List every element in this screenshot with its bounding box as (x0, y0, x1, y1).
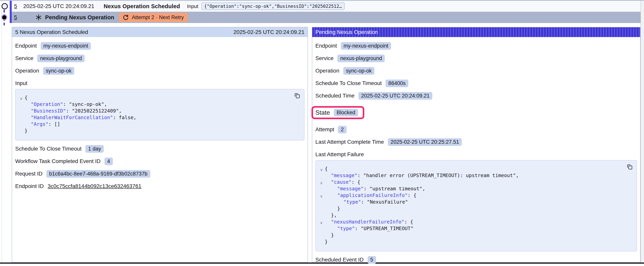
field-label: Last Attempt Failure (315, 151, 364, 158)
pending-operation-title: Pending Nexus Operation (45, 14, 114, 21)
retry-icon (123, 15, 129, 20)
retry-badge-label: Attempt 2 · Next Retry (132, 15, 184, 21)
field-label: Scheduled Time (315, 93, 354, 99)
asterisk-icon (36, 14, 42, 21)
code-gutter (18, 108, 24, 115)
code-gutter (18, 102, 24, 108)
code-gutter (318, 226, 325, 233)
field-row-workflow-task-completed-event-id: Workflow Task Completed Event ID 4 (15, 157, 304, 165)
field-label: Operation (15, 68, 39, 74)
field-value-chip: sync-op-ok (43, 67, 74, 75)
field-row-operation: Operation sync-op-ok (15, 67, 304, 75)
field-label: Service (315, 55, 334, 61)
pending-operation-row[interactable]: 5 Pending Nexus Operation Attempt 2 · Ne… (12, 12, 640, 23)
code-line: "type": "NexusFailure" (318, 199, 633, 205)
field-label: Schedule To Close Timeout (315, 80, 382, 86)
code-gutter (318, 239, 325, 246)
field-label: State (315, 109, 330, 116)
field-value-chip: 86400s (386, 80, 408, 87)
gutter-divider (2, 1, 2, 262)
field-label: Workflow Task Completed Event ID (15, 158, 100, 164)
vertical-scrollbar[interactable] (640, 1, 644, 262)
code-line: } (318, 238, 633, 245)
field-value-chip: 2 (338, 126, 346, 133)
code-line: ∨"nexusHandlerFailureInfo": { (318, 219, 633, 225)
content-column: 5 2025-02-25 UTC 20:24:09.21 Nexus Opera… (12, 1, 640, 262)
event-detail-panel: 5 Nexus Operation Scheduled 2025-02-25 U… (12, 27, 308, 262)
code-gutter (318, 173, 325, 180)
field-label: Endpoint ID (15, 183, 44, 189)
field-label: Attempt (315, 126, 334, 133)
field-label: Last Attempt Complete Time (315, 139, 384, 145)
code-gutter (18, 122, 24, 128)
pending-event-id-link[interactable]: 5 (14, 14, 17, 21)
code-line: } (318, 232, 633, 238)
code-line: "message": "upstream timeout", (318, 185, 633, 192)
retry-status-badge: Attempt 2 · Next Retry (119, 13, 188, 22)
copy-icon[interactable] (294, 92, 300, 99)
code-gutter (318, 213, 325, 219)
code-gutter (318, 199, 325, 206)
event-detail-body: Endpoint my-nexus-endpoint Service nexus… (12, 37, 308, 198)
copy-icon[interactable] (626, 163, 633, 170)
code-line: "HandlerWaitForCancellation": false, (18, 114, 300, 121)
field-row-operation: Operation sync-op-ok (315, 67, 637, 75)
event-summary-row[interactable]: 5 2025-02-25 UTC 20:24:09.21 Nexus Opera… (12, 1, 640, 12)
code-gutter (318, 233, 325, 239)
collapse-chevron-icon[interactable]: ∨ (318, 180, 325, 186)
selected-event-bar (10, 1, 12, 23)
field-value-chip: 5 (368, 256, 376, 264)
code-gutter (18, 128, 24, 135)
collapse-chevron-icon[interactable]: ∨ (318, 193, 325, 199)
pending-operation-header: Pending Nexus Operation (312, 27, 640, 37)
event-input-label: Input (187, 3, 198, 9)
field-row-schedule-to-close-timeout: Schedule To Close Timeout 1 day (15, 145, 304, 153)
field-row-last-attempt-complete-time: Last Attempt Complete Time 2025-02-25 UT… (315, 138, 637, 146)
field-value-chip: nexus-playground (338, 55, 385, 62)
field-row-endpoint: Endpoint my-nexus-endpoint (315, 42, 637, 50)
field-row-attempt: Attempt 2 (315, 125, 637, 134)
collapse-chevron-icon[interactable]: ∨ (18, 95, 24, 102)
field-value-chip: b1c6a4bc-8ee7-468a-9169-df3b02c8737b (46, 170, 150, 178)
code-line: ∨"applicationFailureInfo": { (318, 192, 633, 199)
field-row-input: Input (15, 79, 304, 87)
code-gutter (318, 186, 325, 193)
field-row-service: Service nexus-playground (15, 54, 304, 62)
input-json-viewer: ∨{"Operation": "sync-op-ok","BusinessID"… (15, 89, 304, 140)
field-value-chip: my-nexus-endpoint (41, 42, 91, 50)
detail-panels: 5 Nexus Operation Scheduled 2025-02-25 U… (12, 23, 640, 262)
field-row-endpoint: Endpoint my-nexus-endpoint (15, 42, 304, 50)
event-detail-header: 5 Nexus Operation Scheduled 2025-02-25 U… (12, 27, 308, 37)
field-row-endpoint-id: Endpoint ID 3c0c75ccfa8144b092c13ce63246… (15, 182, 304, 190)
event-type-title: Nexus Operation Scheduled (104, 3, 180, 10)
field-value-chip: 1 day (85, 145, 104, 153)
pending-operation-panel: Pending Nexus Operation Endpoint my-nexu… (312, 27, 640, 262)
field-value-chip: 2025-02-25 UTC 20:25:27.51 (388, 138, 462, 146)
code-line: ∨"cause": { (318, 179, 633, 185)
state-value-chip: Blocked (334, 109, 358, 116)
field-label: Schedule To Close Timeout (15, 146, 82, 152)
field-label: Operation (315, 68, 339, 74)
field-label: Endpoint (315, 43, 337, 49)
app-frame: 5 2025-02-25 UTC 20:24:09.21 Nexus Opera… (0, 0, 644, 262)
pending-operation-body: Endpoint my-nexus-endpoint Service nexus… (312, 37, 640, 266)
code-line: } (18, 128, 300, 134)
code-line: }, (318, 212, 633, 219)
endpoint-id-link[interactable]: 3c0c75ccfa8144b092c13ce632463761 (48, 183, 141, 189)
pending-operation-header-title: Pending Nexus Operation (315, 29, 378, 35)
event-detail-header-title: 5 Nexus Operation Scheduled (15, 29, 88, 35)
field-value-chip: 2025-02-25 UTC 20:24:09.21 (358, 92, 432, 100)
code-line: "type": "UPSTREAM_TIMEOUT" (318, 225, 633, 232)
field-row-scheduled-time: Scheduled Time 2025-02-25 UTC 20:24:09.2… (315, 92, 637, 100)
event-timestamp: 2025-02-25 UTC 20:24:09.21 (24, 3, 94, 9)
field-row-request-id: Request ID b1c6a4bc-8ee7-468a-9169-df3b0… (15, 170, 304, 178)
field-value-chip: my-nexus-endpoint (341, 42, 391, 50)
collapse-chevron-icon[interactable]: ∨ (318, 166, 325, 173)
state-highlight-annotation: State Blocked (312, 106, 364, 119)
field-value-chip: 4 (104, 158, 113, 165)
field-label: Endpoint (15, 43, 37, 49)
collapse-chevron-icon[interactable]: ∨ (318, 219, 325, 226)
event-id-link[interactable]: 5 (14, 3, 17, 9)
field-row-schedule-to-close-timeout: Schedule To Close Timeout 86400s (315, 79, 637, 87)
timeline-open-circle-icon (2, 3, 8, 9)
